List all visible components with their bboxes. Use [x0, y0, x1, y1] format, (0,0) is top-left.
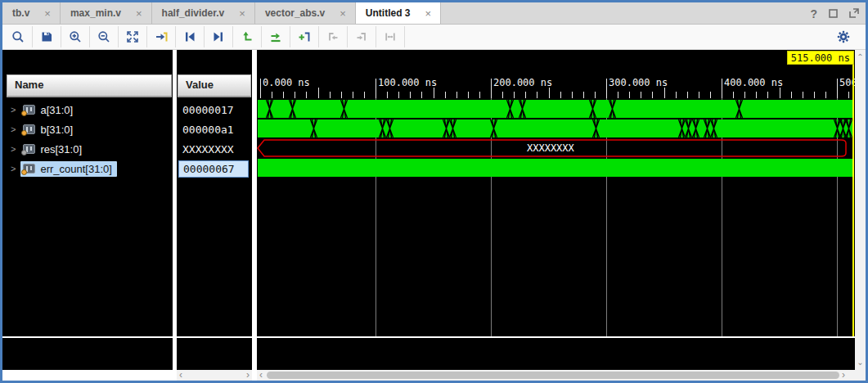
- wave-row-4: [257, 159, 855, 177]
- maximize-icon[interactable]: [829, 8, 838, 20]
- float-icon[interactable]: [849, 8, 859, 20]
- cursor-time-badge: 515.000 ns: [787, 51, 854, 65]
- panel-separator-line: [2, 336, 855, 338]
- axis-tick: [560, 92, 561, 98]
- wave-panel[interactable]: 0.000 ns100.000 ns200.000 ns300.000 ns40…: [257, 50, 855, 370]
- signal-row-err-count[interactable]: > err_count[31:0]: [2, 159, 173, 178]
- bus-signal-icon: [23, 144, 35, 154]
- tab-untitled-3[interactable]: Untitled 3 ×: [356, 2, 441, 24]
- transition-mark: [589, 100, 596, 118]
- axis-tick-label: 200.000 ns: [493, 77, 552, 88]
- wave-bus-bar: [258, 119, 854, 137]
- axis-tick: [837, 79, 838, 98]
- expand-chevron-icon[interactable]: >: [11, 164, 16, 173]
- add-marker-icon[interactable]: [290, 26, 319, 47]
- value-cell: 000000a1: [177, 119, 252, 139]
- find-icon[interactable]: [4, 26, 33, 47]
- expand-chevron-icon[interactable]: >: [11, 144, 16, 154]
- axis-tick: [733, 92, 734, 98]
- next-transition-icon[interactable]: [262, 26, 290, 47]
- tab-tb-v[interactable]: tb.v ×: [2, 2, 61, 24]
- close-icon[interactable]: ×: [338, 7, 348, 20]
- transition-mark: [289, 100, 296, 118]
- signal-row-a[interactable]: > a[31:0]: [2, 100, 173, 119]
- axis-tick: [710, 92, 711, 98]
- axis-tick: [525, 92, 526, 98]
- axis-tick: [341, 92, 342, 98]
- zoom-in-icon[interactable]: [61, 26, 90, 47]
- axis-tick: [803, 92, 803, 98]
- scrollbar-thumb[interactable]: [267, 372, 839, 379]
- zoom-to-cursor-icon[interactable]: [147, 26, 176, 47]
- axis-tick: [318, 88, 319, 98]
- axis-tick: [421, 92, 422, 98]
- scroll-down-icon[interactable]: ⌄: [855, 357, 866, 368]
- help-icon[interactable]: ?: [810, 8, 817, 20]
- wave-row-3: XXXXXXXX: [257, 139, 855, 157]
- axis-tick: [595, 92, 596, 98]
- tab-max-min-v[interactable]: max_min.v ×: [61, 2, 152, 24]
- go-to-end-icon[interactable]: [205, 26, 233, 47]
- value-column-header[interactable]: Value: [178, 74, 251, 97]
- tab-vector-abs-v[interactable]: vector_abs.v ×: [255, 2, 356, 24]
- signal-value: 00000017: [177, 104, 234, 116]
- zoom-out-icon[interactable]: [90, 26, 119, 47]
- transition-mark: [490, 119, 497, 137]
- axis-tick-label: 300.000 ns: [609, 77, 668, 88]
- axis-tick: [456, 92, 457, 98]
- tab-label: Untitled 3: [366, 7, 411, 19]
- close-icon[interactable]: ×: [43, 7, 52, 20]
- axis-tick: [479, 92, 480, 98]
- axis-tick: [618, 92, 618, 98]
- wave-horizontal-scrollbar[interactable]: ‹ ›: [257, 370, 866, 381]
- axis-tick: [848, 92, 849, 98]
- waveform-toolbar: [2, 25, 866, 50]
- axis-tick: [537, 92, 537, 98]
- axis-tick: [353, 92, 353, 98]
- name-column-header[interactable]: Name: [7, 74, 172, 97]
- settings-gear-icon[interactable]: [829, 26, 857, 47]
- close-icon[interactable]: ×: [237, 7, 247, 20]
- expand-chevron-icon[interactable]: >: [11, 105, 16, 115]
- next-edge-icon: [348, 26, 376, 47]
- value-horizontal-scrollbar[interactable]: ‹ ›: [177, 370, 252, 381]
- axis-tick: [791, 92, 792, 98]
- expand-chevron-icon[interactable]: >: [11, 124, 16, 134]
- scroll-right-icon[interactable]: ›: [839, 370, 848, 381]
- scroll-up-icon[interactable]: ⌃: [855, 52, 866, 63]
- zoom-fit-icon[interactable]: [119, 26, 147, 47]
- axis-tick: [767, 92, 768, 98]
- axis-tick: [306, 92, 307, 98]
- previous-transition-icon[interactable]: [233, 26, 262, 47]
- axis-tick: [641, 92, 641, 98]
- bus-signal-icon: [23, 164, 35, 173]
- scroll-right-icon[interactable]: ›: [244, 370, 252, 381]
- axis-tick: [295, 92, 295, 98]
- wave-window-main: Name > a[31:0] > b[31:0] > res[3: [2, 50, 866, 381]
- signal-row-res[interactable]: > res[31:0]: [2, 139, 173, 159]
- time-cursor-line[interactable]: [852, 65, 854, 336]
- editor-tab-bar: tb.v × max_min.v × half_divider.v × vect…: [2, 2, 866, 25]
- axis-tick: [756, 92, 757, 98]
- tab-half-divider-v[interactable]: half_divider.v ×: [152, 2, 255, 24]
- titlebar-actions: ?: [810, 2, 859, 25]
- save-icon[interactable]: [33, 26, 61, 47]
- axis-tick: [629, 92, 630, 98]
- transition-mark: [386, 119, 394, 137]
- axis-tick-label: 100.000 ns: [378, 77, 437, 88]
- transition-mark: [266, 100, 273, 118]
- signal-value-editbox[interactable]: 00000067: [178, 160, 249, 178]
- scroll-left-icon[interactable]: ‹: [257, 370, 265, 381]
- axis-tick: [514, 92, 515, 98]
- value-cell-selected[interactable]: 00000067: [177, 159, 252, 178]
- axis-tick: [260, 79, 261, 98]
- signal-name-label: a[31:0]: [40, 104, 73, 116]
- close-icon[interactable]: ×: [134, 7, 144, 20]
- signal-value-panel: Value 00000017 000000a1 XXXXXXXX 0000006…: [177, 50, 252, 370]
- go-to-start-icon[interactable]: [176, 26, 205, 47]
- scroll-left-icon[interactable]: ‹: [177, 370, 185, 381]
- transition-mark: [310, 119, 317, 137]
- close-icon[interactable]: ×: [424, 7, 434, 20]
- vertical-scrollbar[interactable]: ⌃ ⌄: [855, 50, 866, 370]
- signal-row-b[interactable]: > b[31:0]: [2, 119, 173, 139]
